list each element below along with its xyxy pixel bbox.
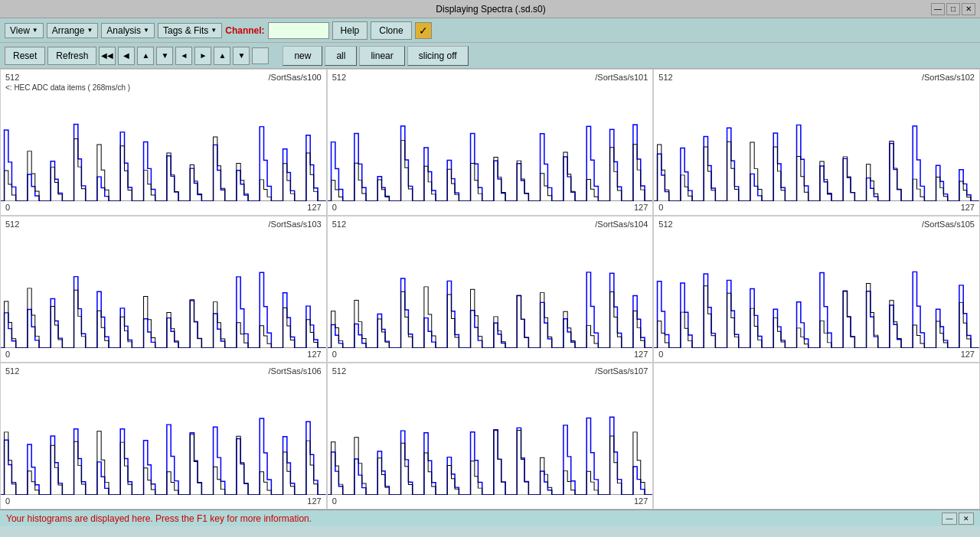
status-text: Your histograms are displayed here. Pres…	[6, 513, 312, 524]
chart-top-right-s107: /SortSas/s107	[595, 366, 648, 376]
status-controls: — ✕	[942, 513, 974, 525]
nav-right-button[interactable]: ►	[194, 47, 211, 65]
chart-canvas-s102	[654, 93, 979, 201]
chart-canvas-s105	[654, 239, 979, 348]
chart-cell-s102[interactable]: 512/SortSas/s1020127	[653, 69, 980, 216]
nav-contract-button[interactable]: ▼	[233, 47, 250, 65]
chart-bottom-right-s105: 127	[961, 350, 975, 359]
chart-top-left-s107: 512	[332, 366, 346, 376]
linear-button[interactable]: linear	[359, 46, 404, 66]
new-button[interactable]: new	[283, 46, 322, 66]
channel-input[interactable]	[268, 22, 329, 39]
help-button[interactable]: Help	[332, 21, 368, 40]
title-bar: Displaying Spectra (.sd.s0) — □ ✕	[0, 0, 980, 18]
chart-canvas-s104	[328, 239, 653, 348]
view-menu[interactable]: View ▼	[5, 23, 44, 38]
chart-canvas-s101	[328, 93, 653, 201]
chart-bottom-right-s103: 127	[307, 350, 321, 359]
nav-first-button[interactable]: ◀◀	[99, 47, 116, 65]
chart-bottom-left-s102: 0	[658, 203, 663, 212]
chart-canvas-s100	[1, 93, 326, 201]
chart-cell-empty[interactable]	[653, 363, 980, 509]
minimize-button[interactable]: —	[931, 3, 945, 15]
arrange-menu[interactable]: Arrange ▼	[47, 23, 99, 38]
checkbox-button[interactable]: ✓	[415, 22, 432, 39]
chart-bottom-left-s104: 0	[332, 350, 337, 359]
slicing-off-button[interactable]: slicing off	[407, 46, 469, 66]
chart-top-left-s101: 512	[332, 73, 346, 82]
tags-fits-menu[interactable]: Tags & Fits ▼	[158, 23, 222, 38]
chart-canvas-s106	[1, 386, 326, 495]
refresh-button[interactable]: Refresh	[47, 47, 96, 65]
charts-area: 512/SortSas/s100<: HEC ADC data items ( …	[0, 69, 980, 509]
nav-down-button[interactable]: ▼	[156, 47, 173, 65]
chart-top-left-s100: 512	[5, 73, 19, 82]
chart-top-right-s100: /SortSas/s100	[269, 73, 322, 82]
status-minimize-button[interactable]: —	[942, 513, 957, 525]
chart-bottom-right-s107: 127	[634, 496, 648, 506]
chart-top-right-s103: /SortSas/s103	[269, 220, 322, 229]
chart-canvas-s107	[328, 386, 653, 495]
chart-cell-s103[interactable]: 512/SortSas/s1030127	[0, 216, 327, 363]
toolbar-row1: View ▼ Arrange ▼ Analysis ▼ Tags & Fits …	[0, 18, 980, 43]
chart-bottom-right-s100: 127	[307, 203, 321, 212]
chart-top-left-s104: 512	[332, 220, 346, 229]
view-arrow-icon: ▼	[32, 27, 38, 34]
clone-button[interactable]: Clone	[371, 21, 411, 40]
title-controls: — □ ✕	[931, 3, 975, 15]
chart-top-left-s102: 512	[658, 73, 672, 82]
chart-bottom-left-s103: 0	[5, 350, 10, 359]
nav-up-button[interactable]: ▲	[137, 47, 154, 65]
arrange-arrow-icon: ▼	[87, 27, 93, 34]
chart-cell-s105[interactable]: 512/SortSas/s1050127	[653, 216, 980, 363]
chart-bottom-right-s101: 127	[634, 203, 648, 212]
chart-top-right-s105: /SortSas/s105	[922, 220, 975, 229]
chart-cell-s100[interactable]: 512/SortSas/s100<: HEC ADC data items ( …	[0, 69, 327, 216]
chart-cell-s106[interactable]: 512/SortSas/s1060127	[0, 363, 327, 509]
window-title: Displaying Spectra (.sd.s0)	[51, 4, 931, 15]
chart-canvas-s103	[1, 239, 326, 348]
analysis-arrow-icon: ▼	[143, 27, 149, 34]
chart-subtitle-s100: <: HEC ADC data items ( 268ms/ch )	[5, 83, 130, 92]
nav-left-button[interactable]: ◄	[175, 47, 192, 65]
chart-bottom-left-s100: 0	[5, 203, 10, 212]
nav-expand-button[interactable]: ▲	[214, 47, 230, 65]
chart-bottom-left-s105: 0	[658, 350, 663, 359]
analysis-menu[interactable]: Analysis ▼	[101, 23, 155, 38]
chart-bottom-left-s101: 0	[332, 203, 337, 212]
status-close-button[interactable]: ✕	[959, 513, 974, 525]
maximize-button[interactable]: □	[946, 3, 960, 15]
nav-prev-step-button[interactable]: ◀	[118, 47, 135, 65]
chart-top-left-s106: 512	[5, 366, 19, 376]
chart-cell-s104[interactable]: 512/SortSas/s1040127	[327, 216, 654, 363]
chart-top-right-s102: /SortSas/s102	[922, 73, 975, 82]
chart-top-right-s101: /SortSas/s101	[595, 73, 648, 82]
chart-cell-s101[interactable]: 512/SortSas/s1010127	[327, 69, 654, 216]
channel-label: Channel:	[225, 25, 264, 36]
chart-bottom-right-s106: 127	[307, 496, 321, 506]
chart-top-left-s103: 512	[5, 220, 19, 229]
chart-cell-s107[interactable]: 512/SortSas/s1070127	[327, 363, 654, 509]
all-button[interactable]: all	[325, 46, 357, 66]
square-button[interactable]	[252, 47, 269, 64]
toolbar-row2: Reset Refresh ◀◀ ◀ ▲ ▼ ◄ ► ▲ ▼ new all l…	[0, 43, 980, 69]
close-button[interactable]: ✕	[962, 3, 975, 15]
chart-bottom-right-s102: 127	[961, 203, 975, 212]
chart-top-left-s105: 512	[658, 220, 672, 229]
chart-bottom-left-s107: 0	[332, 496, 337, 506]
chart-bottom-right-s104: 127	[634, 350, 648, 359]
reset-button[interactable]: Reset	[5, 47, 45, 65]
status-bar: Your histograms are displayed here. Pres…	[0, 509, 980, 526]
chart-top-right-s106: /SortSas/s106	[269, 366, 322, 376]
chart-bottom-left-s106: 0	[5, 496, 10, 506]
chart-top-right-s104: /SortSas/s104	[595, 220, 648, 229]
tags-arrow-icon: ▼	[211, 27, 217, 34]
